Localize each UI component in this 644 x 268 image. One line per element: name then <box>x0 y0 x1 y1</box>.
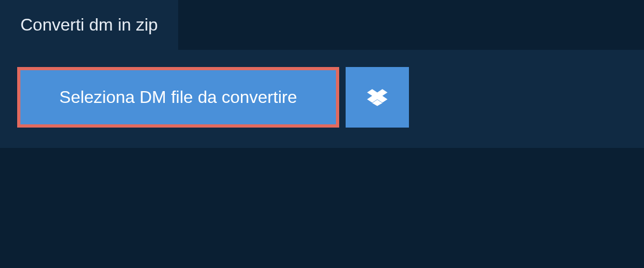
select-file-button[interactable]: Seleziona DM file da convertire <box>17 67 339 128</box>
tab-bar: Converti dm in zip <box>0 0 644 50</box>
tab-label: Converti dm in zip <box>20 15 158 34</box>
select-file-label: Seleziona DM file da convertire <box>60 87 297 107</box>
dropbox-button[interactable] <box>346 67 409 128</box>
dropbox-icon <box>367 87 387 108</box>
tab-convert[interactable]: Converti dm in zip <box>0 0 178 50</box>
button-row: Seleziona DM file da convertire <box>17 67 627 128</box>
conversion-panel: Seleziona DM file da convertire <box>0 50 644 148</box>
